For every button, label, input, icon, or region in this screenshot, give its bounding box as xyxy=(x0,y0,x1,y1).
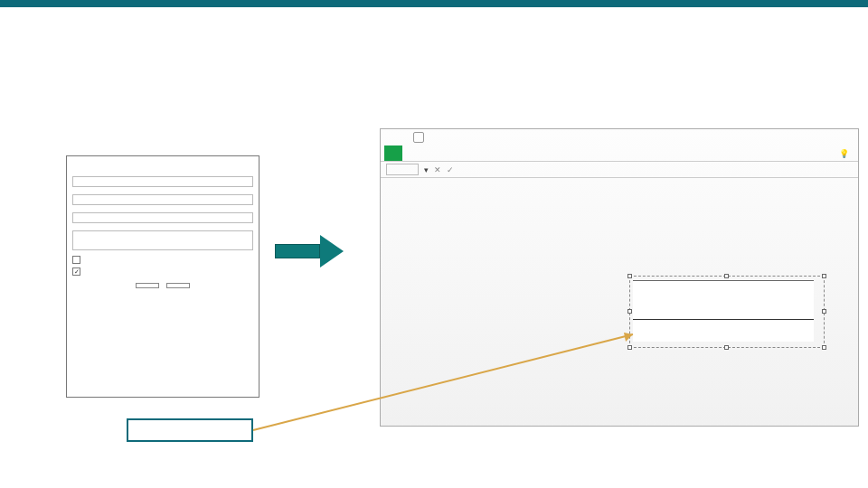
tab-insert[interactable] xyxy=(424,145,442,161)
touch-mode-icon[interactable] xyxy=(413,132,424,143)
dialog-close-button[interactable] xyxy=(242,159,253,170)
formula-enter-icon[interactable]: ✓ xyxy=(447,165,454,174)
slide-header-band xyxy=(0,0,868,7)
tab-formulas[interactable] xyxy=(464,145,482,161)
signature-line-object[interactable] xyxy=(633,280,814,342)
name-box[interactable] xyxy=(386,164,419,175)
dropdown-icon[interactable]: ▾ xyxy=(424,165,429,174)
callout-signature-line xyxy=(127,418,253,442)
input-signer-title[interactable] xyxy=(72,194,253,205)
formula-cancel-icon[interactable]: ✕ xyxy=(434,165,441,174)
checkbox-show-date[interactable]: ✓ xyxy=(72,267,80,276)
ok-button[interactable] xyxy=(136,283,159,288)
checkbox-allow-comments[interactable] xyxy=(72,256,80,264)
cancel-button[interactable] xyxy=(166,283,190,288)
ribbon-tabs: 💡 xyxy=(381,145,858,162)
tab-page-layout[interactable] xyxy=(444,145,462,161)
input-suggested-signer[interactable] xyxy=(72,176,253,187)
arrow-icon xyxy=(271,233,344,266)
tab-file[interactable] xyxy=(384,145,402,161)
signature-rule xyxy=(633,319,814,320)
input-signer-email[interactable] xyxy=(72,212,253,223)
signature-setup-dialog: ✓ xyxy=(66,155,259,398)
input-instructions[interactable] xyxy=(72,230,253,250)
tab-review[interactable] xyxy=(504,145,522,161)
tab-view[interactable] xyxy=(524,145,542,161)
dialog-help-button[interactable] xyxy=(228,159,239,170)
tab-data[interactable] xyxy=(484,145,502,161)
tell-me[interactable]: 💡 xyxy=(834,145,858,161)
tab-home[interactable] xyxy=(404,145,422,161)
